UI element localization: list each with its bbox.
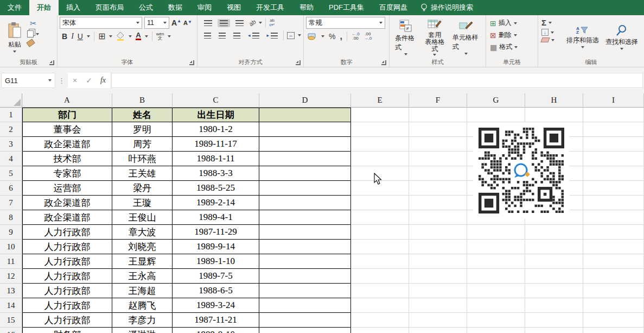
- select-all-corner[interactable]: [0, 93, 22, 108]
- cell-A1[interactable]: 部门: [22, 108, 112, 122]
- cell-I13[interactable]: [583, 284, 644, 298]
- row-header-2[interactable]: 2: [0, 122, 22, 137]
- cell-G13[interactable]: [467, 284, 525, 298]
- cell-A14[interactable]: 人力行政部: [22, 298, 112, 313]
- cell-C12[interactable]: 1989-7-5: [173, 269, 259, 284]
- font-name-combo[interactable]: 宋体: [60, 17, 142, 29]
- cell-C16[interactable]: 1989-8-10: [173, 328, 259, 333]
- cell-I9[interactable]: [583, 225, 644, 240]
- tab-百度网盘[interactable]: 百度网盘: [372, 0, 415, 15]
- cell-H14[interactable]: [525, 298, 583, 313]
- cell-I3[interactable]: [583, 137, 644, 152]
- clipboard-dialog-launcher-icon[interactable]: [49, 60, 54, 65]
- formula-bar-splitter[interactable]: ⋮: [55, 77, 68, 85]
- increase-decimal-icon[interactable]: ←.0.00: [352, 32, 360, 41]
- accounting-dropdown-icon[interactable]: [321, 35, 324, 37]
- grow-font-button[interactable]: A▲: [171, 18, 181, 27]
- cell-B2[interactable]: 罗明: [112, 122, 173, 137]
- find-select-dropdown-icon[interactable]: [620, 48, 623, 50]
- row-header-6[interactable]: 6: [0, 181, 22, 196]
- cell-E2[interactable]: [351, 122, 409, 137]
- tab-视图[interactable]: 视图: [219, 0, 248, 15]
- cell-I8[interactable]: [583, 210, 644, 225]
- row-header-12[interactable]: 12: [0, 269, 22, 284]
- cell-A3[interactable]: 政企渠道部: [22, 137, 112, 152]
- percent-style-button[interactable]: %: [329, 32, 335, 41]
- cell-A8[interactable]: 政企渠道部: [22, 210, 112, 225]
- cell-E15[interactable]: [351, 313, 409, 328]
- cell-D15[interactable]: [259, 313, 351, 328]
- cell-I15[interactable]: [583, 313, 644, 328]
- cell-D11[interactable]: [259, 254, 351, 269]
- cell-B5[interactable]: 王关雄: [112, 166, 173, 181]
- cell-B3[interactable]: 周芳: [112, 137, 173, 152]
- copy-button[interactable]: [27, 30, 39, 37]
- cell-H11[interactable]: [525, 254, 583, 269]
- cell-G10[interactable]: [467, 240, 525, 254]
- row-header-11[interactable]: 11: [0, 254, 22, 269]
- cell-B1[interactable]: 姓名: [112, 108, 173, 122]
- cell-C13[interactable]: 1988-6-5: [173, 284, 259, 298]
- cell-D16[interactable]: [259, 328, 351, 333]
- shrink-font-button[interactable]: A▼: [183, 20, 192, 26]
- row-header-3[interactable]: 3: [0, 137, 22, 152]
- phonetic-dropdown-icon[interactable]: [168, 35, 171, 37]
- cell-B7[interactable]: 王璇: [112, 196, 173, 210]
- cell-B4[interactable]: 叶环燕: [112, 152, 173, 166]
- insert-function-button[interactable]: fx: [96, 73, 110, 88]
- merge-dropdown-icon[interactable]: [298, 34, 301, 36]
- cell-D2[interactable]: [259, 122, 351, 137]
- find-select-button[interactable]: 查找和选择: [602, 17, 641, 58]
- cell-C4[interactable]: 1988-1-11: [173, 152, 259, 166]
- cell-C9[interactable]: 1987-11-29: [173, 225, 259, 240]
- cell-F8[interactable]: [409, 210, 467, 225]
- cell-C11[interactable]: 1989-1-10: [173, 254, 259, 269]
- underline-dropdown-icon[interactable]: [87, 35, 90, 37]
- cell-B16[interactable]: 潘琳琳: [112, 328, 173, 333]
- font-dialog-launcher-icon[interactable]: [189, 60, 194, 65]
- bold-button[interactable]: B: [62, 32, 67, 41]
- cell-I1[interactable]: [583, 108, 644, 122]
- cell-F4[interactable]: [409, 152, 467, 166]
- row-header-1[interactable]: 1: [0, 108, 22, 122]
- cell-F5[interactable]: [409, 166, 467, 181]
- sort-filter-dropdown-icon[interactable]: [581, 46, 584, 48]
- cell-H1[interactable]: [525, 108, 583, 122]
- increase-indent-button[interactable]: ▸: [265, 32, 280, 40]
- cell-D5[interactable]: [259, 166, 351, 181]
- row-header-9[interactable]: 9: [0, 225, 22, 240]
- cell-F13[interactable]: [409, 284, 467, 298]
- cell-A11[interactable]: 人力行政部: [22, 254, 112, 269]
- cell-G15[interactable]: [467, 313, 525, 328]
- insert-cells-button[interactable]: ⊞ 插入: [488, 18, 535, 28]
- wrap-text-icon[interactable]: abc↵: [269, 18, 275, 27]
- cell-I4[interactable]: [583, 152, 644, 166]
- align-bottom-button[interactable]: [233, 19, 246, 27]
- cell-I11[interactable]: [583, 254, 644, 269]
- cell-B14[interactable]: 赵腾飞: [112, 298, 173, 313]
- conditional-dropdown-icon[interactable]: [404, 53, 407, 55]
- cell-C15[interactable]: 1987-11-21: [173, 313, 259, 328]
- column-header-C[interactable]: C: [173, 93, 259, 108]
- cell-E14[interactable]: [351, 298, 409, 313]
- font-color-icon[interactable]: A: [136, 32, 141, 40]
- row-header-8[interactable]: 8: [0, 210, 22, 225]
- cell-F9[interactable]: [409, 225, 467, 240]
- tab-开发工具[interactable]: 开发工具: [248, 0, 292, 15]
- cell-H9[interactable]: [525, 225, 583, 240]
- fill-color-icon[interactable]: [116, 32, 125, 41]
- cell-B15[interactable]: 李彦力: [112, 313, 173, 328]
- cell-H12[interactable]: [525, 269, 583, 284]
- font-size-combo[interactable]: 11: [144, 17, 169, 29]
- align-middle-button[interactable]: [218, 19, 230, 27]
- cell-F3[interactable]: [409, 137, 467, 152]
- borders-icon[interactable]: ⊞: [98, 31, 105, 41]
- tab-公式[interactable]: 公式: [131, 0, 161, 15]
- cell-E3[interactable]: [351, 137, 409, 152]
- cell-I5[interactable]: [583, 166, 644, 181]
- cell-E1[interactable]: [351, 108, 409, 122]
- cell-F12[interactable]: [409, 269, 467, 284]
- cell-C3[interactable]: 1989-11-17: [173, 137, 259, 152]
- copy-dropdown-icon[interactable]: [36, 33, 39, 35]
- cell-E7[interactable]: [351, 196, 409, 210]
